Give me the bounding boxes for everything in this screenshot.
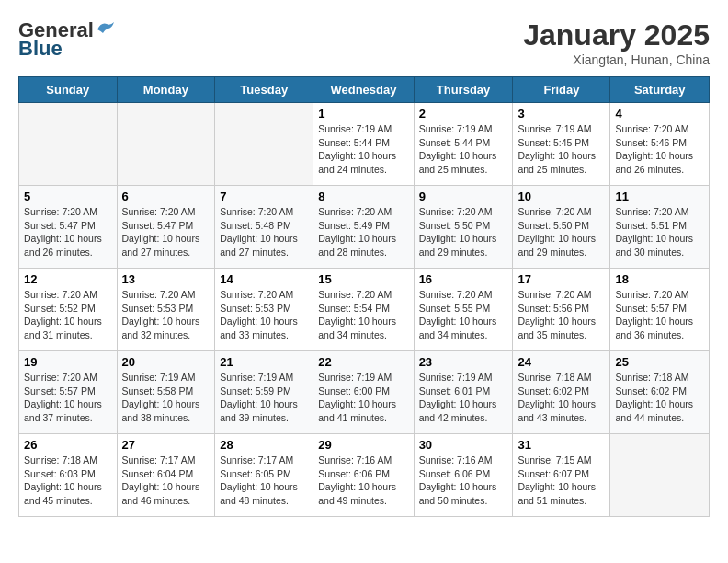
day-info: Sunrise: 7:20 AMSunset: 5:49 PMDaylight:… bbox=[318, 205, 408, 259]
day-info: Sunrise: 7:20 AMSunset: 5:57 PMDaylight:… bbox=[24, 371, 112, 425]
calendar-cell: 27Sunrise: 7:17 AMSunset: 6:04 PMDayligh… bbox=[117, 434, 215, 517]
day-info: Sunrise: 7:20 AMSunset: 5:54 PMDaylight:… bbox=[318, 288, 408, 342]
day-info: Sunrise: 7:19 AMSunset: 5:44 PMDaylight:… bbox=[419, 122, 508, 177]
calendar-cell: 7Sunrise: 7:20 AMSunset: 5:48 PMDaylight… bbox=[215, 186, 313, 269]
calendar-cell: 29Sunrise: 7:16 AMSunset: 6:06 PMDayligh… bbox=[313, 434, 414, 517]
day-number: 31 bbox=[518, 438, 605, 452]
day-number: 11 bbox=[615, 190, 704, 203]
day-number: 2 bbox=[419, 107, 508, 121]
day-number: 10 bbox=[518, 190, 605, 203]
weekday-header-wednesday: Wednesday bbox=[313, 77, 414, 103]
calendar-week-3: 12Sunrise: 7:20 AMSunset: 5:52 PMDayligh… bbox=[19, 269, 710, 351]
calendar-cell: 18Sunrise: 7:20 AMSunset: 5:57 PMDayligh… bbox=[610, 269, 710, 351]
day-info: Sunrise: 7:18 AMSunset: 6:03 PMDaylight:… bbox=[24, 454, 112, 508]
calendar-cell: 30Sunrise: 7:16 AMSunset: 6:06 PMDayligh… bbox=[414, 434, 513, 517]
calendar-cell: 25Sunrise: 7:18 AMSunset: 6:02 PMDayligh… bbox=[610, 351, 710, 434]
weekday-header-saturday: Saturday bbox=[610, 77, 710, 103]
day-info: Sunrise: 7:20 AMSunset: 5:50 PMDaylight:… bbox=[419, 205, 508, 259]
day-info: Sunrise: 7:17 AMSunset: 6:04 PMDaylight:… bbox=[122, 454, 210, 508]
day-number: 14 bbox=[220, 272, 308, 286]
calendar-cell: 16Sunrise: 7:20 AMSunset: 5:55 PMDayligh… bbox=[414, 269, 513, 351]
day-info: Sunrise: 7:15 AMSunset: 6:07 PMDaylight:… bbox=[518, 454, 605, 508]
title-section: January 2025 Xiangtan, Hunan, China bbox=[523, 18, 710, 67]
page-header: General Blue January 2025 Xiangtan, Huna… bbox=[18, 18, 710, 67]
calendar-cell: 8Sunrise: 7:20 AMSunset: 5:49 PMDaylight… bbox=[313, 186, 414, 269]
day-info: Sunrise: 7:20 AMSunset: 5:55 PMDaylight:… bbox=[419, 288, 508, 342]
day-info: Sunrise: 7:20 AMSunset: 5:47 PMDaylight:… bbox=[122, 205, 210, 259]
day-number: 1 bbox=[318, 107, 408, 121]
day-info: Sunrise: 7:18 AMSunset: 6:02 PMDaylight:… bbox=[615, 371, 704, 425]
day-info: Sunrise: 7:20 AMSunset: 5:50 PMDaylight:… bbox=[518, 205, 605, 259]
day-number: 20 bbox=[122, 355, 210, 369]
calendar-cell bbox=[215, 103, 313, 186]
day-info: Sunrise: 7:20 AMSunset: 5:48 PMDaylight:… bbox=[220, 205, 308, 259]
calendar-cell bbox=[117, 103, 215, 186]
day-number: 19 bbox=[24, 355, 112, 369]
day-number: 13 bbox=[122, 272, 210, 286]
calendar-cell: 14Sunrise: 7:20 AMSunset: 5:53 PMDayligh… bbox=[215, 269, 313, 351]
location-subtitle: Xiangtan, Hunan, China bbox=[523, 52, 710, 67]
day-info: Sunrise: 7:16 AMSunset: 6:06 PMDaylight:… bbox=[419, 454, 508, 508]
weekday-header-thursday: Thursday bbox=[414, 77, 513, 103]
calendar-cell: 26Sunrise: 7:18 AMSunset: 6:03 PMDayligh… bbox=[19, 434, 118, 517]
day-number: 25 bbox=[615, 355, 704, 369]
calendar-cell: 9Sunrise: 7:20 AMSunset: 5:50 PMDaylight… bbox=[414, 186, 513, 269]
day-info: Sunrise: 7:20 AMSunset: 5:52 PMDaylight:… bbox=[24, 288, 112, 342]
day-info: Sunrise: 7:20 AMSunset: 5:53 PMDaylight:… bbox=[220, 288, 308, 342]
calendar-cell: 17Sunrise: 7:20 AMSunset: 5:56 PMDayligh… bbox=[513, 269, 610, 351]
month-title: January 2025 bbox=[523, 18, 710, 52]
calendar-table: SundayMondayTuesdayWednesdayThursdayFrid… bbox=[18, 76, 710, 517]
calendar-cell: 4Sunrise: 7:20 AMSunset: 5:46 PMDaylight… bbox=[610, 103, 710, 186]
day-number: 23 bbox=[419, 355, 508, 369]
day-number: 4 bbox=[615, 107, 704, 121]
weekday-header-row: SundayMondayTuesdayWednesdayThursdayFrid… bbox=[19, 77, 710, 103]
calendar-cell: 21Sunrise: 7:19 AMSunset: 5:59 PMDayligh… bbox=[215, 351, 313, 434]
calendar-cell bbox=[19, 103, 118, 186]
day-info: Sunrise: 7:20 AMSunset: 5:56 PMDaylight:… bbox=[518, 288, 605, 342]
day-info: Sunrise: 7:18 AMSunset: 6:02 PMDaylight:… bbox=[518, 371, 605, 425]
logo-bird-icon bbox=[96, 20, 116, 37]
day-number: 21 bbox=[220, 355, 308, 369]
day-number: 28 bbox=[220, 438, 308, 452]
day-number: 29 bbox=[318, 438, 408, 452]
calendar-cell: 6Sunrise: 7:20 AMSunset: 5:47 PMDaylight… bbox=[117, 186, 215, 269]
calendar-week-5: 26Sunrise: 7:18 AMSunset: 6:03 PMDayligh… bbox=[19, 434, 710, 517]
calendar-week-4: 19Sunrise: 7:20 AMSunset: 5:57 PMDayligh… bbox=[19, 351, 710, 434]
day-number: 9 bbox=[419, 190, 508, 203]
calendar-week-1: 1Sunrise: 7:19 AMSunset: 5:44 PMDaylight… bbox=[19, 103, 710, 186]
day-info: Sunrise: 7:19 AMSunset: 5:44 PMDaylight:… bbox=[318, 122, 408, 177]
day-number: 30 bbox=[419, 438, 508, 452]
weekday-header-friday: Friday bbox=[513, 77, 610, 103]
day-info: Sunrise: 7:20 AMSunset: 5:46 PMDaylight:… bbox=[615, 122, 704, 177]
day-number: 24 bbox=[518, 355, 605, 369]
day-number: 8 bbox=[318, 190, 408, 203]
day-number: 5 bbox=[24, 190, 112, 203]
day-info: Sunrise: 7:20 AMSunset: 5:47 PMDaylight:… bbox=[24, 205, 112, 259]
day-info: Sunrise: 7:20 AMSunset: 5:51 PMDaylight:… bbox=[615, 205, 704, 259]
calendar-cell: 3Sunrise: 7:19 AMSunset: 5:45 PMDaylight… bbox=[513, 103, 610, 186]
calendar-cell: 15Sunrise: 7:20 AMSunset: 5:54 PMDayligh… bbox=[313, 269, 414, 351]
day-number: 26 bbox=[24, 438, 112, 452]
calendar-cell: 5Sunrise: 7:20 AMSunset: 5:47 PMDaylight… bbox=[19, 186, 118, 269]
day-number: 3 bbox=[518, 107, 605, 121]
calendar-cell bbox=[610, 434, 710, 517]
day-info: Sunrise: 7:19 AMSunset: 6:01 PMDaylight:… bbox=[419, 371, 508, 425]
day-number: 15 bbox=[318, 272, 408, 286]
day-info: Sunrise: 7:17 AMSunset: 6:05 PMDaylight:… bbox=[220, 454, 308, 508]
day-info: Sunrise: 7:19 AMSunset: 5:59 PMDaylight:… bbox=[220, 371, 308, 425]
day-info: Sunrise: 7:19 AMSunset: 5:58 PMDaylight:… bbox=[122, 371, 210, 425]
weekday-header-sunday: Sunday bbox=[19, 77, 118, 103]
calendar-cell: 23Sunrise: 7:19 AMSunset: 6:01 PMDayligh… bbox=[414, 351, 513, 434]
calendar-cell: 11Sunrise: 7:20 AMSunset: 5:51 PMDayligh… bbox=[610, 186, 710, 269]
calendar-cell: 12Sunrise: 7:20 AMSunset: 5:52 PMDayligh… bbox=[19, 269, 118, 351]
calendar-cell: 19Sunrise: 7:20 AMSunset: 5:57 PMDayligh… bbox=[19, 351, 118, 434]
calendar-cell: 31Sunrise: 7:15 AMSunset: 6:07 PMDayligh… bbox=[513, 434, 610, 517]
day-number: 27 bbox=[122, 438, 210, 452]
day-info: Sunrise: 7:16 AMSunset: 6:06 PMDaylight:… bbox=[318, 454, 408, 508]
calendar-week-2: 5Sunrise: 7:20 AMSunset: 5:47 PMDaylight… bbox=[19, 186, 710, 269]
calendar-cell: 13Sunrise: 7:20 AMSunset: 5:53 PMDayligh… bbox=[117, 269, 215, 351]
day-number: 16 bbox=[419, 272, 508, 286]
day-info: Sunrise: 7:20 AMSunset: 5:53 PMDaylight:… bbox=[122, 288, 210, 342]
logo-blue-text: Blue bbox=[18, 37, 63, 61]
calendar-cell: 28Sunrise: 7:17 AMSunset: 6:05 PMDayligh… bbox=[215, 434, 313, 517]
